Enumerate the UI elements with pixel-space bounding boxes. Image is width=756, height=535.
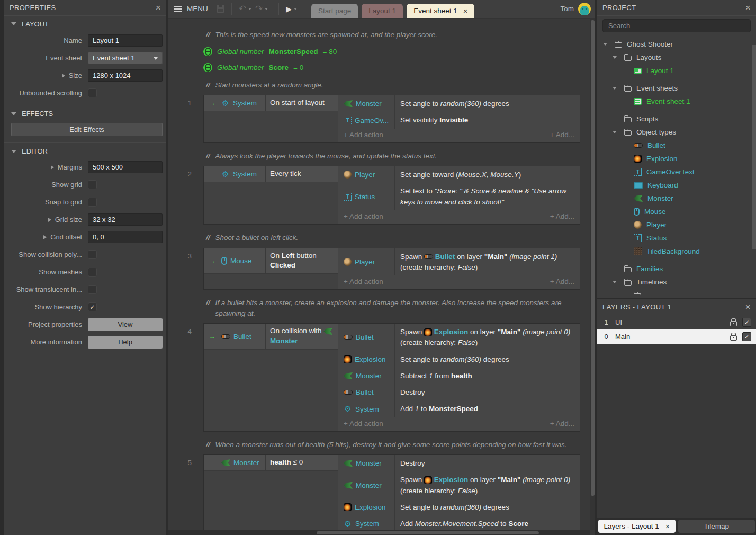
- condition-object[interactable]: Monster: [233, 459, 259, 467]
- preview-play-icon[interactable]: ▶: [286, 5, 292, 13]
- add-more-link[interactable]: + Add...: [550, 131, 574, 139]
- collapse-arrow-icon[interactable]: [613, 87, 617, 90]
- action-row[interactable]: Explosion Set angle to random(360) degre…: [338, 351, 580, 368]
- event-3-conditions[interactable]: Mouse On Left button Clicked: [204, 248, 338, 290]
- section-editor[interactable]: EDITOR: [4, 142, 166, 158]
- grid-size-field[interactable]: [88, 213, 163, 226]
- add-more-link[interactable]: + Add...: [550, 278, 574, 286]
- help-button[interactable]: Help: [88, 336, 163, 349]
- show-grid-checkbox[interactable]: [88, 180, 97, 189]
- layer-row-ui[interactable]: 1 UI: [597, 315, 756, 329]
- condition-object[interactable]: Bullet: [233, 333, 251, 341]
- action-row[interactable]: Monster Destroy: [338, 455, 580, 471]
- action-row[interactable]: Player Spawn Bullet on layer "Main" (ima…: [338, 248, 580, 276]
- project-scrollbar[interactable]: [752, 45, 756, 249]
- tree-item-scripts[interactable]: Scripts: [597, 112, 756, 126]
- add-action-link[interactable]: + Add action: [344, 278, 383, 286]
- action-row[interactable]: Monster Spawn Explosion on layer "Main" …: [338, 471, 580, 499]
- layer-row-main[interactable]: 0 Main: [597, 329, 756, 344]
- comment[interactable]: // Start monsters at a random angle.: [206, 80, 582, 91]
- condition-object[interactable]: System: [233, 99, 257, 107]
- action-row[interactable]: Bullet Spawn Explosion on layer "Main" (…: [338, 324, 580, 351]
- name-field[interactable]: [88, 34, 163, 47]
- expand-arrow-icon[interactable]: [51, 165, 54, 170]
- tree-item-bullet[interactable]: Bullet: [597, 139, 756, 152]
- undo-dropdown-icon[interactable]: [248, 8, 251, 10]
- collapse-arrow-icon[interactable]: [613, 281, 617, 283]
- event-5-conditions[interactable]: Monster health ≤ 0: [204, 455, 338, 535]
- edit-effects-button[interactable]: Edit Effects: [11, 123, 163, 136]
- lock-icon[interactable]: [730, 335, 737, 341]
- redo-icon[interactable]: ↷: [255, 4, 263, 13]
- snap-grid-checkbox[interactable]: [88, 198, 97, 207]
- tree-item-event-sheet-1[interactable]: Event sheet 1: [597, 95, 756, 108]
- margins-field[interactable]: [88, 161, 163, 173]
- tree-item-player[interactable]: Player: [597, 218, 756, 231]
- section-effects[interactable]: EFFECTS: [4, 105, 166, 121]
- grid-offset-field[interactable]: [88, 231, 163, 243]
- tree-item-ghost-shooter[interactable]: Ghost Shooter: [597, 38, 756, 51]
- condition-object[interactable]: System: [233, 170, 257, 178]
- size-field[interactable]: [88, 69, 163, 82]
- condition-text[interactable]: On start of layout: [266, 95, 338, 111]
- tab-event-sheet-1[interactable]: Event sheet 1 ×: [407, 4, 474, 18]
- tab-start-page[interactable]: Start page: [311, 4, 358, 18]
- expand-arrow-icon[interactable]: [43, 235, 47, 239]
- condition-text[interactable]: On collision with Monster: [266, 324, 338, 349]
- action-row[interactable]: Status Set text to "Score: " & Score & n…: [338, 183, 580, 210]
- lock-icon[interactable]: [730, 321, 737, 326]
- hierarchy-checkbox[interactable]: [88, 302, 97, 311]
- action-row[interactable]: Monster Set angle to random(360) degrees: [338, 95, 580, 112]
- tree-item-partial[interactable]: [597, 289, 756, 298]
- collapse-arrow-icon[interactable]: [613, 131, 617, 133]
- collision-checkbox[interactable]: [88, 250, 97, 259]
- add-action-link[interactable]: + Add action: [344, 212, 383, 220]
- layer-visibility-checkbox[interactable]: [742, 318, 751, 327]
- expand-arrow-icon[interactable]: [62, 74, 65, 78]
- tree-item-monster[interactable]: Monster: [597, 192, 756, 205]
- collapse-arrow-icon[interactable]: [613, 56, 617, 59]
- event-sheet-vertical-scrollbar[interactable]: [590, 19, 595, 530]
- close-tab-icon[interactable]: ×: [463, 7, 468, 15]
- condition-text[interactable]: health ≤ 0: [266, 455, 338, 470]
- section-layout[interactable]: LAYOUT: [4, 16, 166, 32]
- collapse-arrow-icon[interactable]: [603, 43, 607, 46]
- condition-object[interactable]: Mouse: [230, 257, 252, 265]
- search-input[interactable]: [602, 19, 751, 32]
- view-button[interactable]: View: [88, 318, 163, 331]
- action-row[interactable]: Monster Subtract 1 from health: [338, 368, 580, 384]
- add-action-link[interactable]: + Add action: [344, 420, 383, 427]
- condition-text[interactable]: Every tick: [266, 166, 338, 182]
- expand-arrow-icon[interactable]: [48, 218, 51, 222]
- tree-item-layouts[interactable]: Layouts: [597, 51, 756, 64]
- avatar[interactable]: [578, 3, 591, 15]
- action-row[interactable]: System Add 1 to MonsterSpeed: [338, 400, 580, 417]
- condition-text[interactable]: On Left button Clicked: [266, 248, 338, 274]
- layer-visibility-checkbox[interactable]: [742, 332, 751, 341]
- add-more-link[interactable]: + Add...: [550, 420, 574, 427]
- action-row[interactable]: Bullet Destroy: [338, 384, 580, 400]
- menu-button[interactable]: MENU: [174, 5, 208, 13]
- close-icon[interactable]: ×: [745, 3, 751, 12]
- add-more-link[interactable]: + Add...: [550, 212, 574, 220]
- comment[interactable]: // This is the speed new monsters are sp…: [206, 30, 582, 40]
- comment[interactable]: // When a monster runs out of health (5 …: [206, 440, 582, 450]
- close-tab-icon[interactable]: ×: [665, 523, 670, 530]
- close-icon[interactable]: ×: [745, 302, 751, 311]
- undo-icon[interactable]: ↶: [239, 4, 246, 13]
- user-area[interactable]: Tom: [560, 0, 591, 18]
- event-1-conditions[interactable]: System On start of layout: [204, 95, 338, 142]
- event-sheet-horizontal-scrollbar[interactable]: [168, 530, 590, 535]
- tree-item-timelines[interactable]: Timelines: [597, 275, 756, 289]
- tree-item-event-sheets[interactable]: Event sheets: [597, 82, 756, 95]
- action-row[interactable]: Player Set angle toward (Mouse.X, Mouse.…: [338, 166, 580, 183]
- add-action-link[interactable]: + Add action: [344, 131, 383, 139]
- tree-item-families[interactable]: Families: [597, 262, 756, 275]
- redo-dropdown-icon[interactable]: [265, 8, 268, 10]
- tree-item-mouse[interactable]: Mouse: [597, 205, 756, 218]
- global-variable-monsterspeed[interactable]: Global number MonsterSpeed = 80: [203, 45, 595, 59]
- comment[interactable]: // If a bullet hits a monster, create an…: [206, 298, 582, 318]
- translucent-checkbox[interactable]: [88, 285, 97, 294]
- save-icon[interactable]: [217, 5, 224, 13]
- tree-item-keyboard[interactable]: Keyboard: [597, 179, 756, 192]
